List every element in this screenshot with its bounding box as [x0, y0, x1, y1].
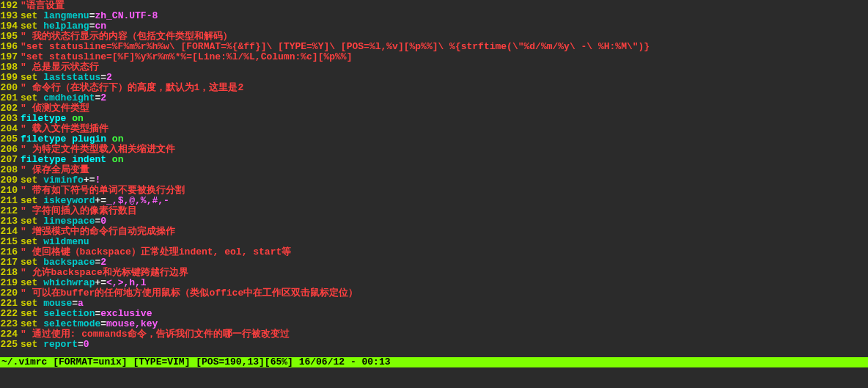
- line-number: 199: [0, 73, 21, 83]
- line-content: set mouse=a: [21, 299, 868, 309]
- code-line[interactable]: 222set selection=exclusive: [0, 309, 868, 319]
- code-line[interactable]: 196"set statusline=%F%m%r%h%w\ [FORMAT=%…: [0, 42, 868, 52]
- line-number: 196: [0, 42, 21, 52]
- code-line[interactable]: 215set wildmenu: [0, 237, 868, 247]
- line-number: 219: [0, 278, 21, 288]
- line-number: 222: [0, 309, 21, 319]
- code-line[interactable]: 193set langmenu=zh_CN.UTF-8: [0, 11, 868, 21]
- line-content: " 字符间插入的像素行数目: [21, 206, 868, 216]
- line-number: 198: [0, 62, 21, 73]
- line-content: " 保存全局变量: [21, 165, 868, 175]
- code-line[interactable]: 221set mouse=a: [0, 299, 868, 309]
- code-line[interactable]: 224" 通过使用: commands命令，告诉我们文件的哪一行被改变过: [0, 329, 868, 340]
- code-line[interactable]: 200" 命令行（在状态行下）的高度，默认为1，这里是2: [0, 83, 868, 93]
- code-line[interactable]: 220" 可以在buffer的任何地方使用鼠标（类似office中在工作区双击鼠…: [0, 288, 868, 299]
- code-line[interactable]: 194set helplang=cn: [0, 21, 868, 32]
- line-number: 213: [0, 216, 21, 227]
- line-number: 202: [0, 103, 21, 114]
- line-content: " 使回格键（backspace）正常处理indent, eol, start等: [21, 247, 868, 257]
- line-content: " 侦测文件类型: [21, 103, 868, 114]
- code-line[interactable]: 206" 为特定文件类型载入相关缩进文件: [0, 144, 868, 155]
- line-content: set viminfo+=!: [21, 175, 868, 186]
- line-number: 221: [0, 299, 21, 309]
- code-line[interactable]: 225set report=0: [0, 340, 868, 350]
- line-number: 210: [0, 186, 21, 196]
- line-content: " 总是显示状态行: [21, 62, 868, 73]
- line-content: set cmdheight=2: [21, 93, 868, 103]
- line-content: set langmenu=zh_CN.UTF-8: [21, 11, 868, 21]
- line-content: set backspace=2: [21, 257, 868, 268]
- line-content: filetype on: [21, 114, 868, 124]
- code-line[interactable]: 218" 允许backspace和光标键跨越行边界: [0, 268, 868, 278]
- code-line[interactable]: 223set selectmode=mouse,key: [0, 319, 868, 329]
- code-line[interactable]: 210" 带有如下符号的单词不要被换行分割: [0, 186, 868, 196]
- code-line[interactable]: 207filetype indent on: [0, 155, 868, 165]
- line-content: " 允许backspace和光标键跨越行边界: [21, 268, 868, 278]
- code-line[interactable]: 195" 我的状态行显示的内容（包括文件类型和解码）: [0, 32, 868, 42]
- line-number: 217: [0, 257, 21, 268]
- line-number: 225: [0, 340, 21, 350]
- line-number: 214: [0, 227, 21, 237]
- line-number: 207: [0, 155, 21, 165]
- line-content: set report=0: [21, 340, 868, 350]
- code-line[interactable]: 198" 总是显示状态行: [0, 62, 868, 73]
- code-line[interactable]: 216" 使回格键（backspace）正常处理indent, eol, sta…: [0, 247, 868, 257]
- code-line[interactable]: 219set whichwrap+=<,>,h,l: [0, 278, 868, 288]
- code-line[interactable]: 202" 侦测文件类型: [0, 103, 868, 114]
- line-number: 208: [0, 165, 21, 175]
- vim-editor: 192"语言设置193set langmenu=zh_CN.UTF-8194se…: [0, 0, 868, 388]
- line-number: 200: [0, 83, 21, 93]
- line-content: set selection=exclusive: [21, 309, 868, 319]
- line-content: " 命令行（在状态行下）的高度，默认为1，这里是2: [21, 83, 868, 93]
- line-content: " 带有如下符号的单词不要被换行分割: [21, 186, 868, 196]
- code-line[interactable]: 209set viminfo+=!: [0, 175, 868, 186]
- line-content: set wildmenu: [21, 237, 868, 247]
- code-line[interactable]: 197"set statusline=[%F]%y%r%m%*%=[Line:%…: [0, 52, 868, 62]
- line-number: 216: [0, 247, 21, 257]
- line-number: 223: [0, 319, 21, 329]
- line-number: 209: [0, 175, 21, 186]
- line-number: 206: [0, 144, 21, 155]
- code-line[interactable]: 192"语言设置: [0, 1, 868, 11]
- code-area[interactable]: 192"语言设置193set langmenu=zh_CN.UTF-8194se…: [0, 0, 868, 357]
- line-content: filetype plugin on: [21, 134, 868, 144]
- line-content: set selectmode=mouse,key: [21, 319, 868, 329]
- code-line[interactable]: 211set iskeyword+=_,$,@,%,#,-: [0, 196, 868, 206]
- line-number: 212: [0, 206, 21, 216]
- command-line-area[interactable]: [0, 367, 868, 388]
- line-content: " 为特定文件类型载入相关缩进文件: [21, 144, 868, 155]
- line-content: set whichwrap+=<,>,h,l: [21, 278, 868, 288]
- line-number: 205: [0, 134, 21, 144]
- line-content: filetype indent on: [21, 155, 868, 165]
- line-number: 201: [0, 93, 21, 103]
- line-content: " 我的状态行显示的内容（包括文件类型和解码）: [21, 32, 868, 42]
- code-line[interactable]: 213set linespace=0: [0, 216, 868, 227]
- line-content: "set statusline=[%F]%y%r%m%*%=[Line:%l/%…: [21, 52, 868, 62]
- line-number: 204: [0, 124, 21, 134]
- code-line[interactable]: 205filetype plugin on: [0, 134, 868, 144]
- line-number: 215: [0, 237, 21, 247]
- line-number: 193: [0, 11, 21, 21]
- line-number: 197: [0, 52, 21, 62]
- code-line[interactable]: 203filetype on: [0, 114, 868, 124]
- status-line: ~/.vimrc [FORMAT=unix] [TYPE=VIM] [POS=1…: [0, 357, 868, 367]
- line-content: " 通过使用: commands命令，告诉我们文件的哪一行被改变过: [21, 329, 868, 340]
- line-number: 218: [0, 268, 21, 278]
- code-line[interactable]: 217set backspace=2: [0, 257, 868, 268]
- code-line[interactable]: 212" 字符间插入的像素行数目: [0, 206, 868, 216]
- code-line[interactable]: 201set cmdheight=2: [0, 93, 868, 103]
- line-content: set linespace=0: [21, 216, 868, 227]
- line-content: "语言设置: [21, 1, 868, 11]
- line-number: 211: [0, 196, 21, 206]
- line-content: " 载入文件类型插件: [21, 124, 868, 134]
- code-line[interactable]: 208" 保存全局变量: [0, 165, 868, 175]
- line-number: 192: [0, 1, 21, 11]
- line-content: " 增强模式中的命令行自动完成操作: [21, 227, 868, 237]
- code-line[interactable]: 199set laststatus=2: [0, 73, 868, 83]
- line-content: set iskeyword+=_,$,@,%,#,-: [21, 196, 868, 206]
- line-number: 220: [0, 288, 21, 299]
- code-line[interactable]: 214" 增强模式中的命令行自动完成操作: [0, 227, 868, 237]
- line-content: set helplang=cn: [21, 21, 868, 32]
- code-line[interactable]: 204" 载入文件类型插件: [0, 124, 868, 134]
- line-content: set laststatus=2: [21, 73, 868, 83]
